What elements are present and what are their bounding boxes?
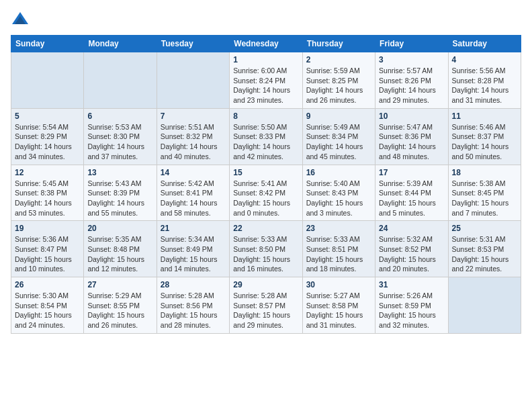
calendar-day-cell: 27Sunrise: 5:29 AM Sunset: 8:55 PM Dayli… [84,277,157,334]
day-info: Sunrise: 5:29 AM Sunset: 8:55 PM Dayligh… [87,291,152,330]
day-info: Sunrise: 5:34 AM Sunset: 8:49 PM Dayligh… [161,234,226,274]
day-number: 9 [306,111,371,121]
day-number: 14 [161,168,226,177]
calendar-day-cell: 11Sunrise: 5:46 AM Sunset: 8:37 PM Dayli… [448,108,521,165]
day-info: Sunrise: 5:41 AM Sunset: 8:42 PM Dayligh… [233,179,298,218]
calendar-day-cell: 26Sunrise: 5:30 AM Sunset: 8:54 PM Dayli… [11,277,84,334]
day-info: Sunrise: 5:56 AM Sunset: 8:28 PM Dayligh… [452,66,517,105]
weekday-header: Monday [84,36,157,52]
day-number: 27 [87,280,152,289]
day-info: Sunrise: 5:45 AM Sunset: 8:38 PM Dayligh… [15,179,80,218]
day-number: 28 [161,280,226,289]
calendar-day-cell: 4Sunrise: 5:56 AM Sunset: 8:28 PM Daylig… [448,52,521,109]
calendar-day-cell: 24Sunrise: 5:32 AM Sunset: 8:52 PM Dayli… [375,221,448,277]
empty-day-cell [157,52,229,109]
weekday-header: Thursday [302,36,375,52]
day-info: Sunrise: 5:57 AM Sunset: 8:26 PM Dayligh… [379,66,444,105]
day-info: Sunrise: 5:26 AM Sunset: 8:59 PM Dayligh… [379,291,444,330]
day-info: Sunrise: 5:38 AM Sunset: 8:45 PM Dayligh… [452,179,517,218]
weekday-header-row: SundayMondayTuesdayWednesdayThursdayFrid… [11,36,521,52]
calendar-week-row: 12Sunrise: 5:45 AM Sunset: 8:38 PM Dayli… [11,165,521,221]
weekday-header: Friday [375,36,448,52]
day-number: 16 [306,168,371,177]
day-info: Sunrise: 5:39 AM Sunset: 8:44 PM Dayligh… [379,179,444,218]
calendar-day-cell: 20Sunrise: 5:35 AM Sunset: 8:48 PM Dayli… [84,221,157,277]
day-info: Sunrise: 5:36 AM Sunset: 8:47 PM Dayligh… [15,234,80,274]
day-number: 7 [161,111,226,121]
day-info: Sunrise: 5:28 AM Sunset: 8:57 PM Dayligh… [233,291,298,330]
empty-day-cell [11,52,84,109]
day-number: 29 [233,280,298,289]
weekday-header: Saturday [448,36,521,52]
day-number: 23 [306,224,371,233]
calendar-day-cell: 22Sunrise: 5:33 AM Sunset: 8:50 PM Dayli… [230,221,302,277]
header [11,11,521,30]
calendar-week-row: 19Sunrise: 5:36 AM Sunset: 8:47 PM Dayli… [11,221,521,277]
weekday-header: Wednesday [230,36,302,52]
day-info: Sunrise: 5:33 AM Sunset: 8:51 PM Dayligh… [306,234,371,274]
calendar-day-cell: 23Sunrise: 5:33 AM Sunset: 8:51 PM Dayli… [302,221,375,277]
calendar-day-cell: 6Sunrise: 5:53 AM Sunset: 8:30 PM Daylig… [84,108,157,165]
day-info: Sunrise: 5:33 AM Sunset: 8:50 PM Dayligh… [233,234,298,274]
day-info: Sunrise: 6:00 AM Sunset: 8:24 PM Dayligh… [233,66,298,105]
day-info: Sunrise: 5:53 AM Sunset: 8:30 PM Dayligh… [87,122,152,162]
day-info: Sunrise: 5:50 AM Sunset: 8:33 PM Dayligh… [233,122,298,162]
day-number: 12 [15,168,80,177]
empty-day-cell [448,277,521,334]
calendar-day-cell: 30Sunrise: 5:27 AM Sunset: 8:58 PM Dayli… [302,277,375,334]
day-number: 20 [87,224,152,233]
calendar-day-cell: 16Sunrise: 5:40 AM Sunset: 8:43 PM Dayli… [302,165,375,221]
calendar-day-cell: 19Sunrise: 5:36 AM Sunset: 8:47 PM Dayli… [11,221,84,277]
day-info: Sunrise: 5:30 AM Sunset: 8:54 PM Dayligh… [15,291,80,330]
weekday-header: Sunday [11,36,84,52]
logo [11,11,32,30]
day-number: 31 [379,280,444,289]
day-info: Sunrise: 5:46 AM Sunset: 8:37 PM Dayligh… [452,122,517,162]
calendar-day-cell: 3Sunrise: 5:57 AM Sunset: 8:26 PM Daylig… [375,52,448,109]
day-number: 17 [379,168,444,177]
calendar-day-cell: 15Sunrise: 5:41 AM Sunset: 8:42 PM Dayli… [230,165,302,221]
day-number: 24 [379,224,444,233]
calendar-day-cell: 14Sunrise: 5:42 AM Sunset: 8:41 PM Dayli… [157,165,229,221]
day-info: Sunrise: 5:49 AM Sunset: 8:34 PM Dayligh… [306,122,371,162]
weekday-header: Tuesday [157,36,229,52]
calendar-day-cell: 17Sunrise: 5:39 AM Sunset: 8:44 PM Dayli… [375,165,448,221]
day-number: 30 [306,280,371,289]
day-info: Sunrise: 5:43 AM Sunset: 8:39 PM Dayligh… [87,179,152,218]
day-number: 26 [15,280,80,289]
day-number: 1 [233,55,298,64]
day-info: Sunrise: 5:40 AM Sunset: 8:43 PM Dayligh… [306,179,371,218]
day-info: Sunrise: 5:32 AM Sunset: 8:52 PM Dayligh… [379,234,444,274]
day-number: 11 [452,111,517,121]
day-info: Sunrise: 5:42 AM Sunset: 8:41 PM Dayligh… [161,179,226,218]
day-number: 4 [452,55,517,64]
calendar-week-row: 5Sunrise: 5:54 AM Sunset: 8:29 PM Daylig… [11,108,521,165]
calendar-table: SundayMondayTuesdayWednesdayThursdayFrid… [11,35,521,334]
calendar-day-cell: 7Sunrise: 5:51 AM Sunset: 8:32 PM Daylig… [157,108,229,165]
day-number: 6 [87,111,152,121]
calendar-day-cell: 10Sunrise: 5:47 AM Sunset: 8:36 PM Dayli… [375,108,448,165]
logo-icon [11,11,30,30]
day-number: 8 [233,111,298,121]
day-number: 21 [161,224,226,233]
calendar-day-cell: 21Sunrise: 5:34 AM Sunset: 8:49 PM Dayli… [157,221,229,277]
day-number: 15 [233,168,298,177]
day-info: Sunrise: 5:54 AM Sunset: 8:29 PM Dayligh… [15,122,80,162]
day-number: 22 [233,224,298,233]
empty-day-cell [84,52,157,109]
calendar-day-cell: 31Sunrise: 5:26 AM Sunset: 8:59 PM Dayli… [375,277,448,334]
calendar-day-cell: 2Sunrise: 5:59 AM Sunset: 8:25 PM Daylig… [302,52,375,109]
calendar-day-cell: 9Sunrise: 5:49 AM Sunset: 8:34 PM Daylig… [302,108,375,165]
day-number: 19 [15,224,80,233]
day-info: Sunrise: 5:28 AM Sunset: 8:56 PM Dayligh… [161,291,226,330]
calendar-day-cell: 28Sunrise: 5:28 AM Sunset: 8:56 PM Dayli… [157,277,229,334]
calendar-day-cell: 1Sunrise: 6:00 AM Sunset: 8:24 PM Daylig… [230,52,302,109]
calendar-week-row: 26Sunrise: 5:30 AM Sunset: 8:54 PM Dayli… [11,277,521,334]
day-info: Sunrise: 5:59 AM Sunset: 8:25 PM Dayligh… [306,66,371,105]
day-info: Sunrise: 5:35 AM Sunset: 8:48 PM Dayligh… [87,234,152,274]
day-number: 2 [306,55,371,64]
day-info: Sunrise: 5:47 AM Sunset: 8:36 PM Dayligh… [379,122,444,162]
day-info: Sunrise: 5:31 AM Sunset: 8:53 PM Dayligh… [452,234,517,274]
calendar-day-cell: 8Sunrise: 5:50 AM Sunset: 8:33 PM Daylig… [230,108,302,165]
day-number: 3 [379,55,444,64]
